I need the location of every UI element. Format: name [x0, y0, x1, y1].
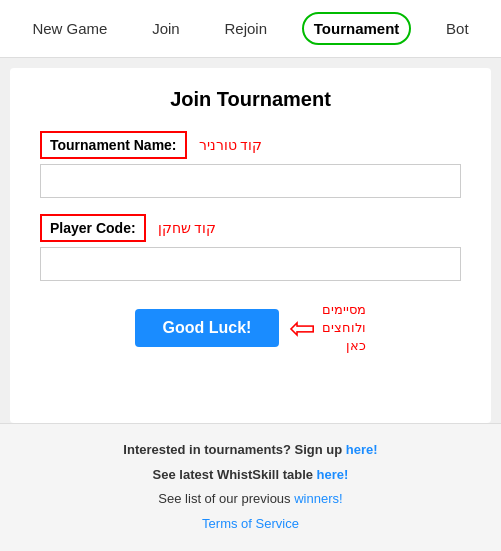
hint-line2: ולוחצים — [322, 320, 366, 335]
footer-line3-text: See list of our previous — [158, 491, 294, 506]
footer-winners-link[interactable]: winners! — [294, 491, 342, 506]
tournament-name-input[interactable] — [40, 164, 461, 198]
footer-line3: See list of our previous winners! — [10, 489, 491, 510]
hint-text: מסיימים ולוחצים כאן — [322, 301, 366, 356]
footer: Interested in tournaments? Sign up here!… — [0, 423, 501, 551]
nav-bar: New Game Join Rejoin Tournament Bot — [0, 0, 501, 58]
footer-line1-text: Interested in tournaments? Sign up — [123, 442, 345, 457]
nav-item-bot[interactable]: Bot — [436, 14, 479, 43]
footer-here2-link[interactable]: here! — [317, 467, 349, 482]
main-content: Join Tournament Tournament Name: קוד טור… — [10, 68, 491, 423]
good-luck-button[interactable]: Good Luck! — [135, 309, 280, 347]
button-row: Good Luck! ⇦ מסיימים ולוחצים כאן — [40, 301, 461, 356]
page-title: Join Tournament — [40, 88, 461, 111]
footer-terms: Terms of Service — [10, 514, 491, 535]
tournament-name-hint: קוד טורניר — [199, 137, 263, 153]
hint-line3: כאן — [346, 338, 366, 353]
player-code-hint: קוד שחקן — [158, 220, 217, 236]
nav-item-tournament[interactable]: Tournament — [302, 12, 412, 45]
hint-line1: מסיימים — [322, 302, 366, 317]
tournament-name-group: Tournament Name: קוד טורניר — [40, 131, 461, 198]
terms-of-service-link[interactable]: Terms of Service — [202, 516, 299, 531]
arrow-hint: ⇦ מסיימים ולוחצים כאן — [289, 301, 366, 356]
player-code-input[interactable] — [40, 247, 461, 281]
tournament-name-label: Tournament Name: — [40, 131, 187, 159]
player-code-label-row: Player Code: קוד שחקן — [40, 214, 461, 242]
footer-line1: Interested in tournaments? Sign up here! — [10, 440, 491, 461]
footer-line2: See latest WhistSkill table here! — [10, 465, 491, 486]
nav-item-new-game[interactable]: New Game — [22, 14, 117, 43]
nav-item-join[interactable]: Join — [142, 14, 190, 43]
arrow-icon: ⇦ — [289, 312, 316, 344]
footer-here1-link[interactable]: here! — [346, 442, 378, 457]
player-code-group: Player Code: קוד שחקן — [40, 214, 461, 281]
tournament-name-label-row: Tournament Name: קוד טורניר — [40, 131, 461, 159]
nav-item-rejoin[interactable]: Rejoin — [214, 14, 277, 43]
player-code-label: Player Code: — [40, 214, 146, 242]
footer-line2-text: See latest WhistSkill table — [153, 467, 317, 482]
